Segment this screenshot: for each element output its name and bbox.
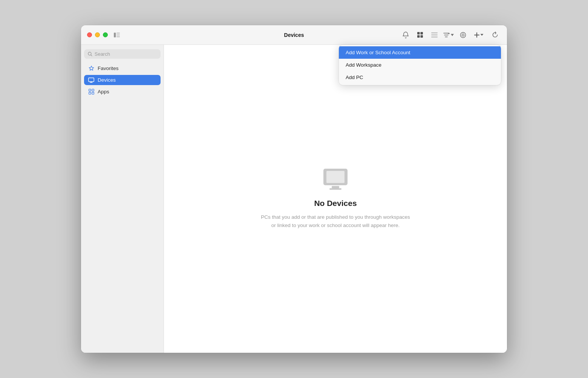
star-icon [88, 66, 95, 71]
empty-state: No Devices PCs that you add or that are … [260, 168, 411, 229]
svg-rect-3 [116, 36, 120, 37]
apps-label: Apps [98, 89, 109, 94]
svg-rect-14 [89, 78, 94, 81]
svg-rect-18 [92, 92, 94, 94]
notification-button[interactable] [400, 30, 412, 40]
svg-rect-15 [89, 89, 90, 91]
svg-rect-8 [431, 32, 438, 34]
svg-rect-1 [116, 32, 120, 33]
sort-button[interactable] [443, 30, 455, 40]
svg-rect-9 [431, 34, 438, 35]
svg-rect-16 [92, 89, 94, 91]
add-dropdown-menu: Add Work or School Account Add Workspace… [339, 45, 501, 85]
page-title: Devices [284, 32, 304, 38]
favorites-label: Favorites [98, 66, 119, 71]
svg-rect-22 [329, 188, 341, 190]
svg-point-11 [460, 32, 466, 38]
svg-rect-0 [114, 32, 116, 37]
sidebar-item-devices[interactable]: Devices [84, 75, 161, 85]
app-window: Devices [81, 25, 507, 353]
sidebar-item-apps[interactable]: Apps [84, 87, 161, 97]
refresh-button[interactable] [489, 30, 501, 40]
svg-point-12 [462, 34, 464, 36]
svg-rect-4 [417, 32, 420, 35]
sidebar-toggle-button[interactable] [114, 32, 120, 38]
minimize-button[interactable] [95, 32, 100, 37]
titlebar: Devices [81, 25, 507, 45]
svg-rect-5 [420, 32, 423, 35]
content-area: Favorites Devices [81, 45, 507, 353]
monitor-icon [88, 78, 95, 83]
filter-button[interactable] [457, 30, 469, 40]
empty-icon [323, 168, 348, 194]
search-icon [88, 52, 92, 56]
toolbar-actions [400, 30, 501, 40]
close-button[interactable] [87, 32, 92, 37]
maximize-button[interactable] [103, 32, 108, 37]
svg-rect-2 [116, 34, 120, 35]
add-workspace-item[interactable]: Add Workspace [339, 59, 501, 71]
add-pc-item[interactable]: Add PC [339, 71, 501, 84]
sidebar-item-favorites[interactable]: Favorites [84, 63, 161, 73]
add-button[interactable] [471, 30, 487, 40]
svg-rect-21 [332, 186, 339, 188]
svg-rect-6 [417, 35, 420, 38]
main-panel: No Devices PCs that you add or that are … [164, 45, 507, 353]
devices-label: Devices [98, 77, 116, 83]
search-bar[interactable] [84, 49, 161, 59]
traffic-lights [87, 32, 108, 37]
svg-rect-20 [326, 171, 345, 183]
list-view-button[interactable] [428, 30, 440, 40]
svg-rect-17 [89, 92, 90, 94]
add-work-school-item[interactable]: Add Work or School Account [339, 46, 501, 59]
grid-view-button[interactable] [414, 30, 426, 40]
empty-description: PCs that you add or that are published t… [260, 213, 411, 229]
sidebar: Favorites Devices [81, 45, 164, 353]
empty-title: No Devices [314, 199, 357, 208]
svg-rect-10 [431, 37, 438, 38]
search-input[interactable] [95, 51, 157, 57]
svg-rect-7 [420, 35, 423, 38]
grid-icon [88, 89, 95, 94]
